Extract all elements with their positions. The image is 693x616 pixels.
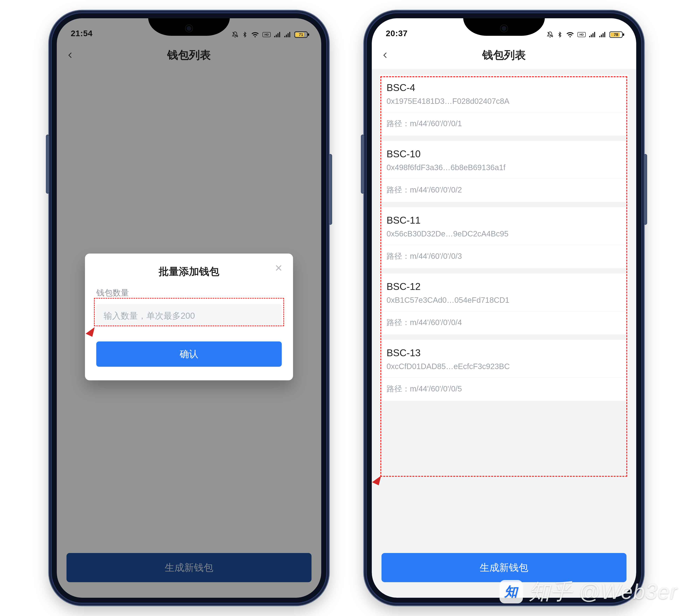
screen-right: 20:37 HD (372, 18, 636, 598)
bluetooth-icon (557, 31, 563, 38)
phone-right: 20:37 HD (364, 11, 644, 605)
bell-muted-icon (547, 31, 553, 38)
confirm-button[interactable]: 确认 (96, 341, 282, 367)
wallet-item[interactable]: BSC-130xcCfD01DAD85…eEcfcF3c923BC路径：m/44… (379, 340, 629, 401)
wallet-name: BSC-12 (387, 281, 621, 292)
close-icon (274, 264, 283, 272)
generate-new-wallet-button[interactable]: 生成新钱包 (66, 553, 312, 582)
svg-rect-11 (289, 32, 290, 37)
notch (148, 18, 230, 36)
wallet-item[interactable]: BSC-40x1975E4181D3…F028d02407c8A路径：m/44'… (379, 75, 629, 136)
bluetooth-icon (242, 31, 248, 38)
wifi-icon (566, 32, 574, 38)
status-time: 20:37 (386, 29, 408, 38)
chevron-left-icon (382, 52, 389, 59)
wallet-item[interactable]: BSC-120xB1C57e3CAd0…054eFd718CD1路径：m/44'… (379, 274, 629, 335)
svg-rect-28 (604, 32, 605, 37)
wallet-name: BSC-13 (387, 347, 621, 359)
back-button[interactable] (64, 49, 76, 61)
bell-muted-icon (232, 31, 238, 38)
notch (463, 18, 545, 36)
svg-rect-13 (308, 34, 309, 36)
wallet-item[interactable]: BSC-100x498f6fdF3a36…6b8eB69136a1f路径：m/4… (379, 141, 629, 202)
svg-rect-21 (589, 36, 590, 37)
wallet-derivation-path: 路径：m/44'/60'/0'/0/1 (379, 112, 629, 136)
svg-rect-30 (623, 34, 624, 36)
svg-rect-5 (277, 33, 278, 37)
wallet-list[interactable]: BSC-40x1975E4181D3…F028d02407c8A路径：m/44'… (379, 75, 629, 545)
app-header: 钱包列表 (372, 42, 636, 69)
wallet-derivation-path: 路径：m/44'/60'/0'/0/5 (379, 377, 629, 401)
wallet-name: BSC-4 (387, 82, 621, 93)
svg-rect-26 (601, 35, 602, 37)
dialog-close-button[interactable] (273, 262, 284, 274)
wallet-address: 0x1975E4181D3…F028d02407c8A (387, 97, 621, 105)
wallet-name: BSC-11 (387, 215, 621, 226)
wallet-derivation-path: 路径：m/44'/60'/0'/0/3 (379, 245, 629, 268)
hd-icon: HD (577, 32, 586, 37)
svg-rect-10 (288, 33, 289, 37)
signal-2-icon (284, 32, 291, 37)
generate-new-wallet-button[interactable]: 生成新钱包 (381, 553, 627, 582)
wallet-address: 0xB1C57e3CAd0…054eFd718CD1 (387, 296, 621, 304)
svg-text:HD: HD (264, 33, 269, 36)
batch-add-wallet-dialog: 批量添加钱包 钱包数量 确认 (85, 254, 293, 380)
page-title: 钱包列表 (482, 48, 526, 63)
svg-rect-9 (286, 35, 287, 37)
svg-rect-25 (599, 36, 600, 37)
wallet-address: 0x498f6fdF3a36…6b8eB69136a1f (387, 163, 621, 172)
svg-text:HD: HD (579, 33, 584, 36)
wallet-address: 0x56cB30D32De…9eDC2cA4Bc95 (387, 230, 621, 238)
svg-rect-4 (276, 35, 277, 37)
chevron-left-icon (67, 52, 74, 59)
battery-icon: 71 (294, 31, 310, 38)
signal-1-icon (589, 32, 596, 37)
svg-rect-27 (602, 33, 603, 37)
app-header: 钱包列表 (57, 42, 321, 69)
wallet-count-input[interactable] (96, 304, 282, 327)
signal-2-icon (599, 32, 606, 37)
phone-left: 21:54 HD 4G (49, 11, 329, 605)
page-title: 钱包列表 (167, 48, 211, 63)
dialog-title: 批量添加钱包 (96, 265, 282, 278)
wallet-address: 0xcCfD01DAD85…eEcfcF3c923BC (387, 362, 621, 371)
svg-rect-23 (592, 33, 593, 37)
back-button[interactable] (379, 49, 391, 61)
svg-rect-22 (591, 35, 592, 37)
wallet-derivation-path: 路径：m/44'/60'/0'/0/4 (379, 311, 629, 335)
svg-text:78: 78 (614, 33, 618, 37)
screen-left: 21:54 HD 4G (57, 18, 321, 598)
svg-text:71: 71 (299, 33, 303, 37)
wallet-item[interactable]: BSC-110x56cB30D32De…9eDC2cA4Bc95路径：m/44'… (379, 207, 629, 268)
signal-1-icon: 4G (274, 32, 281, 37)
dialog-field-label: 钱包数量 (96, 287, 282, 298)
battery-icon: 78 (609, 31, 625, 38)
wallet-name: BSC-10 (387, 148, 621, 160)
svg-rect-8 (284, 36, 285, 37)
svg-rect-24 (594, 32, 595, 37)
svg-rect-6 (279, 32, 280, 37)
svg-rect-3 (274, 36, 275, 37)
hd-icon: HD (262, 32, 271, 37)
status-time: 21:54 (71, 29, 93, 38)
wallet-derivation-path: 路径：m/44'/60'/0'/0/2 (379, 179, 629, 202)
wifi-icon (251, 32, 259, 38)
